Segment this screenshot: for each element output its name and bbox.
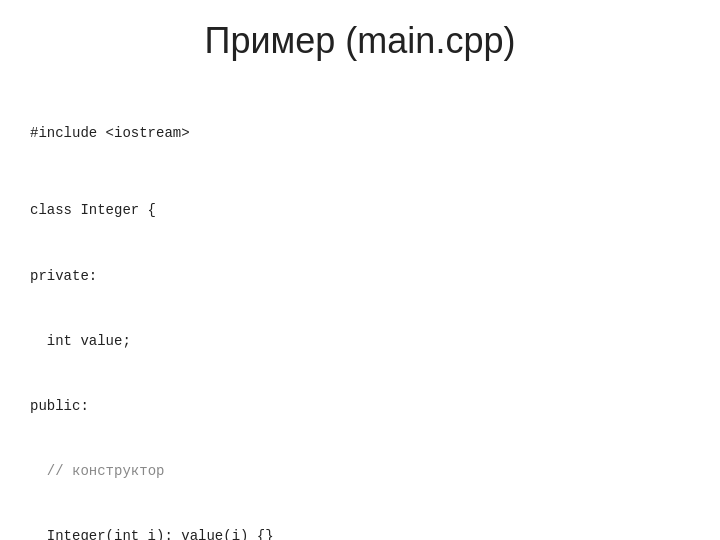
code-block: #include <iostream> class Integer { priv…: [30, 80, 690, 540]
code-line-5: // конструктор: [30, 461, 690, 483]
page-container: Пример (main.cpp) #include <iostream> cl…: [0, 0, 720, 540]
code-line-2: private:: [30, 266, 690, 288]
code-line-6: Integer(int i): value(i) {}: [30, 526, 690, 540]
code-line-3: int value;: [30, 331, 690, 353]
code-line-1: class Integer {: [30, 200, 690, 222]
code-line-4: public:: [30, 396, 690, 418]
include-line: #include <iostream>: [30, 123, 690, 145]
comment-1: // конструктор: [47, 463, 165, 479]
page-title: Пример (main.cpp): [30, 20, 690, 62]
